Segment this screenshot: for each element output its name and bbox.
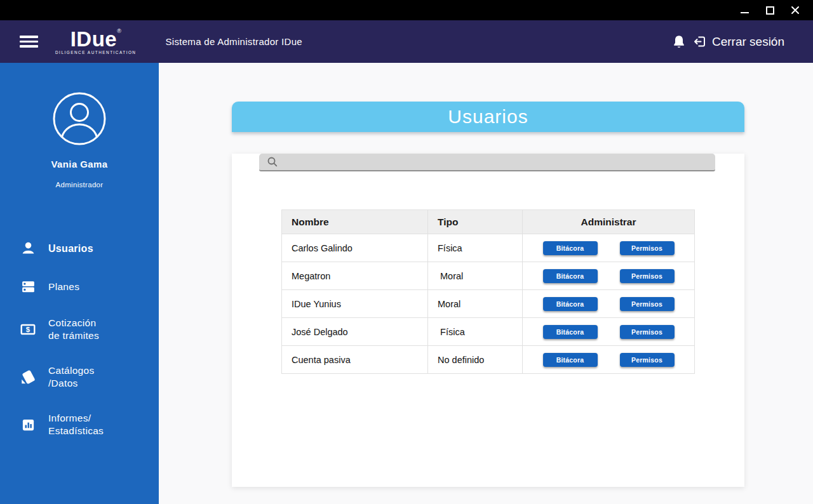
sidebar-item-catalogos[interactable]: Catálogos /Datos [0,364,159,390]
column-header-administrar: Administrar [523,210,695,234]
permisos-button[interactable]: Permisos [620,297,675,311]
app-body: Vania Gama Administrador Usuarios Planes [0,63,813,504]
logo-tagline: DILIGENCE AUTHENTICATION [55,51,137,55]
user-type-cell: Física [438,327,465,337]
permisos-button[interactable]: Permisos [620,241,675,255]
bar-chart-icon [20,418,36,432]
sidebar-item-label: Usuarios [48,242,93,255]
bitacora-button[interactable]: Bitácora [543,325,598,339]
maximize-button[interactable] [765,5,775,15]
logout-label: Cerrar sesión [712,35,784,49]
user-type-cell: Física [438,243,462,253]
permisos-button[interactable]: Permisos [620,325,675,339]
user-name-cell: Carlos Galindo [292,243,353,253]
sidebar-item-label: Informes/ Estadísticas [48,412,104,437]
sidebar-item-informes[interactable]: Informes/ Estadísticas [0,412,159,437]
table-row: Carlos Galindo Física Bitácora Permisos [282,234,695,262]
person-icon [20,241,36,256]
sidebar-nav: Usuarios Planes $ Cotización de trámites [0,241,159,437]
bitacora-button[interactable]: Bitácora [543,241,598,255]
sidebar-item-label: Catálogos /Datos [48,364,95,390]
panel-header: Usuarios [232,102,744,132]
table-row: Megatron Moral Bitácora Permisos [282,262,695,290]
page-title: Usuarios [448,106,528,128]
column-header-tipo: Tipo [428,210,523,234]
logo-text: IDue [71,27,118,51]
sidebar: Vania Gama Administrador Usuarios Planes [0,63,159,504]
catalog-icon [20,369,36,385]
table-header-row: Nombre Tipo Administrar [282,210,695,234]
user-name-cell: José Delgado [292,327,348,337]
search-input[interactable] [278,154,715,170]
users-panel: Usuarios Nombre [232,102,744,487]
user-name-cell: Megatron [292,271,330,281]
minimize-button[interactable] [739,5,749,15]
header-actions: Cerrar sesión [672,34,813,50]
sidebar-item-planes[interactable]: Planes [0,279,159,295]
app-window: IDue® DILIGENCE AUTHENTICATION Sistema d… [0,0,813,504]
user-profile: Vania Gama Administrador [0,63,159,189]
logout-button[interactable]: Cerrar sesión [692,34,784,49]
user-type-cell: Moral [438,299,460,309]
user-type-cell: Moral [438,271,463,281]
registered-mark-icon: ® [117,28,121,34]
table-row: Cuenta pasiva No definido Bitácora Permi… [282,346,695,374]
permisos-button[interactable]: Permisos [620,269,675,283]
search-icon [267,156,278,168]
users-table: Nombre Tipo Administrar Carlos Galindo F… [281,209,695,374]
column-header-nombre: Nombre [282,210,428,234]
search-bar[interactable] [259,154,715,171]
menu-button[interactable] [20,36,38,48]
sidebar-item-label: Planes [48,281,79,293]
bell-icon [672,34,686,50]
table-row: IDue Yunius Moral Bitácora Permisos [282,290,695,318]
close-button[interactable] [790,5,800,15]
user-name-cell: Cuenta pasiva [292,355,351,365]
bitacora-button[interactable]: Bitácora [543,353,598,367]
permisos-button[interactable]: Permisos [620,353,675,367]
close-icon [791,6,800,15]
os-titlebar [0,0,813,20]
app-header: IDue® DILIGENCE AUTHENTICATION Sistema d… [0,20,813,63]
bitacora-button[interactable]: Bitácora [543,297,598,311]
sidebar-item-usuarios[interactable]: Usuarios [0,241,159,256]
plans-icon [20,279,36,295]
money-icon: $ [20,321,36,338]
brand-logo: IDue® DILIGENCE AUTHENTICATION [55,29,137,55]
maximize-icon [766,6,774,15]
user-type-cell: No definido [438,355,484,365]
person-circle-icon [53,92,106,145]
panel-card: Nombre Tipo Administrar Carlos Galindo F… [232,154,744,487]
notifications-button[interactable] [672,34,686,50]
table-row: José Delgado Física Bitácora Permisos [282,318,695,346]
svg-text:$: $ [26,326,30,333]
sidebar-item-label: Cotización de trámites [48,317,99,342]
user-name: Vania Gama [0,159,159,169]
minimize-icon [741,12,749,13]
logout-icon [692,34,707,49]
app-title: Sistema de Administrador IDue [166,36,302,47]
user-name-cell: IDue Yunius [292,299,341,309]
main-content: Usuarios Nombre [159,63,813,504]
sidebar-item-cotizacion[interactable]: $ Cotización de trámites [0,317,159,342]
bitacora-button[interactable]: Bitácora [543,269,598,283]
user-role: Administrador [0,181,159,189]
